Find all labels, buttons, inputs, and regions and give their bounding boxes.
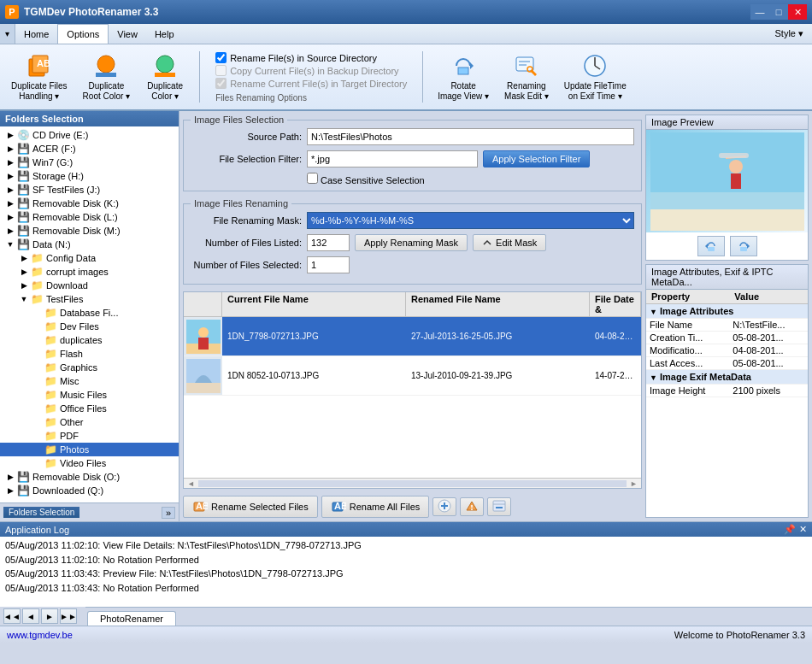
rename-target-checkbox[interactable]: Rename Current File(s) in Target Directo… xyxy=(215,78,407,89)
menu-options[interactable]: Options xyxy=(57,24,109,44)
folder-tree-item-12[interactable]: ▼📁TestFiles xyxy=(0,292,179,306)
attr-val-height: 2100 pixels xyxy=(729,385,808,397)
bottom-buttons-row: AB Rename Selected Files AB Rename All F… xyxy=(183,496,642,518)
file-filter-input[interactable] xyxy=(307,150,478,167)
folder-tree-item-25[interactable]: ▶💾Removable Disk (O:) xyxy=(0,470,179,484)
edit-mask-button[interactable]: Edit Mask xyxy=(473,234,546,251)
rename-selected-button[interactable]: AB Rename Selected Files xyxy=(183,496,318,518)
preview-box: Image Preview xyxy=(645,115,809,261)
file-date-1: 04-08-2013 xyxy=(590,330,641,343)
folder-tree-item-24[interactable]: 📁Video Files xyxy=(0,456,179,470)
folder-tree-item-19[interactable]: 📁Music Files xyxy=(0,388,179,402)
attr-section-exif-label: ▼ Image Exif MetaData xyxy=(646,370,808,385)
folder-tree-item-9[interactable]: ▶📁Config Data xyxy=(0,251,179,265)
file-row-2[interactable]: 1DN 8052-10-0713.JPG 13-Jul-2010-09-21-3… xyxy=(184,356,641,396)
files-listed-input[interactable] xyxy=(307,234,350,251)
folder-tree-item-26[interactable]: ▶💾Downloaded (Q:) xyxy=(0,484,179,497)
rename-source-checkbox[interactable]: Rename File(s) in Source Directory xyxy=(215,52,407,63)
svg-marker-7 xyxy=(470,62,474,69)
folder-tree-item-17[interactable]: 📁Graphics xyxy=(0,361,179,374)
website-link[interactable]: www.tgmdev.be xyxy=(7,630,73,640)
rotate-right-button[interactable] xyxy=(730,236,757,256)
rotate-left-button[interactable] xyxy=(697,236,725,256)
folder-tree-item-8[interactable]: ▼💾Data (N:) xyxy=(0,238,179,251)
folder-tree-item-13[interactable]: 📁Database Fi... xyxy=(0,306,179,320)
center-panel: Image Files Selection Source Path: File … xyxy=(179,111,645,521)
folder-tree-item-14[interactable]: 📁Dev Files xyxy=(0,320,179,333)
case-sensitive-label[interactable]: Case Sensitive Selection xyxy=(307,175,425,185)
folder-tree-item-3[interactable]: ▶💾Storage (H:) xyxy=(0,169,179,183)
case-sensitive-checkbox[interactable] xyxy=(307,173,318,184)
nav-first-button[interactable]: ◄◄ xyxy=(3,608,21,624)
maximize-button[interactable]: □ xyxy=(769,4,788,20)
files-selected-input[interactable] xyxy=(307,256,350,273)
folder-tree-item-16[interactable]: 📁Flash xyxy=(0,347,179,361)
folder-tree[interactable]: ▶💿CD Drive (E:)▶💾ACER (F:)▶💾Win7 (G:)▶💾S… xyxy=(0,126,179,502)
folder-tree-item-23[interactable]: 📁Photos xyxy=(0,443,179,456)
extra-btn-2[interactable] xyxy=(460,497,484,516)
duplicate-files-button[interactable]: AB Duplicate FilesHandling ▾ xyxy=(5,48,74,106)
applog-pin-button[interactable]: 📌 xyxy=(784,524,796,535)
folder-tree-item-18[interactable]: 📁Misc xyxy=(0,374,179,388)
folder-tree-item-7[interactable]: ▶💾Removable Disk (M:) xyxy=(0,224,179,238)
minimize-button[interactable]: — xyxy=(750,4,769,20)
mask-label: File Renaming Mask: xyxy=(191,215,302,226)
extra-btn-1[interactable] xyxy=(432,497,456,516)
nav-next-button[interactable]: ► xyxy=(41,608,58,624)
file-row-1[interactable]: 1DN_7798-072713.JPG 27-Jul-2013-16-25-05… xyxy=(184,317,641,356)
folder-tree-item-15[interactable]: 📁duplicates xyxy=(0,333,179,347)
style-menu[interactable]: Style ▾ xyxy=(766,24,812,44)
source-path-input[interactable] xyxy=(307,128,634,145)
duplicate-root-color-button[interactable]: DuplicateRoot Color ▾ xyxy=(77,48,137,106)
attributes-scroll[interactable]: Property Value ▼ Image Attributes File N… xyxy=(646,290,808,517)
folder-tree-item-1[interactable]: ▶💾ACER (F:) xyxy=(0,142,179,156)
menu-help[interactable]: Help xyxy=(146,24,183,44)
duplicate-root-color-label: DuplicateRoot Color ▾ xyxy=(83,81,131,102)
folder-tree-item-4[interactable]: ▶💾SF TestFiles (J:) xyxy=(0,183,179,197)
attr-row-creation: Creation Ti... 05-08-201... xyxy=(646,332,808,344)
folder-tree-item-21[interactable]: 📁Other xyxy=(0,415,179,429)
update-filetime-button[interactable]: Update FileTimeon Exif Time ▾ xyxy=(558,48,633,106)
folder-tree-item-6[interactable]: ▶💾Removable Disk (L:) xyxy=(0,210,179,224)
apply-renaming-mask-button[interactable]: Apply Renaming Mask xyxy=(355,234,468,251)
applog-close-button[interactable]: ✕ xyxy=(799,524,807,535)
expand-button[interactable]: » xyxy=(162,507,175,519)
renaming-mask-icon xyxy=(513,52,540,79)
folder-tree-item-20[interactable]: 📁Office Files xyxy=(0,402,179,415)
folder-tree-item-10[interactable]: ▶📁corrupt images xyxy=(0,265,179,279)
mask-dropdown[interactable]: %d-%b-%Y-%H-%M-%S xyxy=(307,212,634,229)
extra-btn-3[interactable] xyxy=(487,497,511,516)
copy-backup-checkbox[interactable]: Copy Current File(s) in Backup Directory xyxy=(215,65,407,76)
col-file-date: File Date & xyxy=(590,292,641,316)
menu-view[interactable]: View xyxy=(109,24,146,44)
folder-tree-item-0[interactable]: ▶💿CD Drive (E:) xyxy=(0,128,179,142)
folder-tree-item-5[interactable]: ▶💾Removable Disk (K:) xyxy=(0,197,179,210)
rename-all-button[interactable]: AB Rename All Files xyxy=(321,496,430,518)
applog-content[interactable]: 05/Aug/2013 11:02:10: View File Details:… xyxy=(0,537,812,607)
attr-section-exif: ▼ Image Exif MetaData xyxy=(646,370,808,385)
nav-last-button[interactable]: ►► xyxy=(60,608,77,624)
nav-prev-button[interactable]: ◄ xyxy=(22,608,39,624)
duplicate-color-button[interactable]: DuplicateColor ▾ xyxy=(139,48,191,106)
tab-photorenamer[interactable]: PhotoRenamer xyxy=(87,611,176,626)
menu-home[interactable]: Home xyxy=(15,24,57,44)
ribbon-options: Rename File(s) in Source Directory Copy … xyxy=(209,48,414,106)
renaming-mask-edit-button[interactable]: RenamingMask Edit ▾ xyxy=(498,48,555,106)
file-list-body[interactable]: 1DN_7798-072713.JPG 27-Jul-2013-16-25-05… xyxy=(184,317,641,478)
quick-access[interactable]: ▾ xyxy=(0,24,15,44)
col-current-name: Current File Name xyxy=(222,292,406,316)
folder-tree-item-22[interactable]: 📁PDF xyxy=(0,429,179,443)
horizontal-scrollbar[interactable]: ◄ ► xyxy=(184,478,641,488)
image-selection-box: Image Files Selection Source Path: File … xyxy=(183,115,642,191)
bottom-nav: ◄◄ ◄ ► ►► xyxy=(0,607,85,626)
folder-tree-item-11[interactable]: ▶📁Download xyxy=(0,279,179,292)
folder-tree-item-2[interactable]: ▶💾Win7 (G:) xyxy=(0,156,179,169)
duplicate-files-label: Duplicate FilesHandling ▾ xyxy=(11,81,68,102)
folders-panel: Folders Selection ▶💿CD Drive (E:)▶💾ACER … xyxy=(0,111,179,521)
close-button[interactable]: ✕ xyxy=(788,4,807,20)
source-path-row: Source Path: xyxy=(191,128,634,145)
apply-selection-filter-button[interactable]: Apply Selection Filter xyxy=(483,150,590,167)
rotate-image-view-button[interactable]: RotateImage View ▾ xyxy=(432,48,495,106)
log-line-2: 05/Aug/2013 11:02:10: No Rotation Perfor… xyxy=(5,553,807,567)
svg-point-5 xyxy=(156,56,174,73)
